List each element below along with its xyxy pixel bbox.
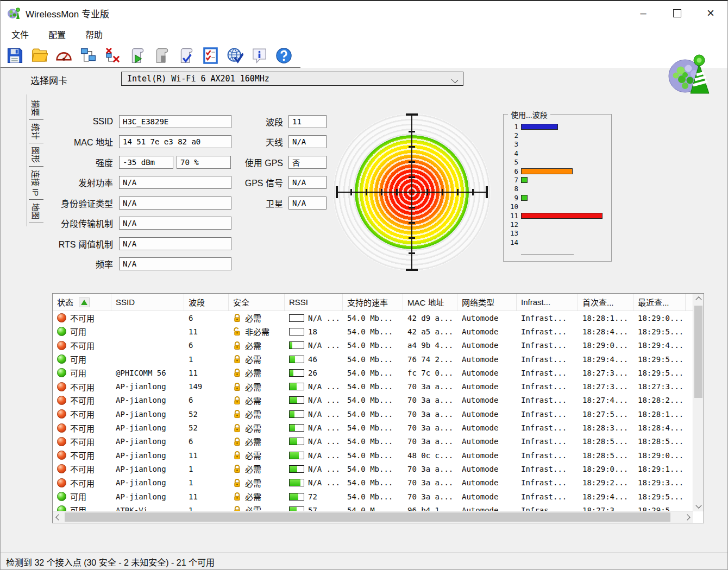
cell-channel: 1: [184, 465, 229, 473]
field-label-gps-signal: GPS 信号: [233, 176, 288, 189]
sidebar-tab-summary[interactable]: 摘要: [30, 100, 42, 116]
cell-status: 可用: [53, 491, 111, 502]
column-header-status[interactable]: 状态: [53, 294, 111, 311]
status-available-icon: [57, 368, 66, 377]
menu-item-config[interactable]: 配置: [46, 28, 73, 41]
column-header-rate[interactable]: 支持的速率: [343, 294, 403, 311]
v-scrollbar[interactable]: [693, 294, 704, 511]
scroll-down-button[interactable]: [693, 501, 704, 510]
field-auth-type: 身份验证类型N/A: [52, 193, 234, 213]
cell-infrastructure: Infrast...: [517, 478, 578, 487]
column-header-nettype[interactable]: 网络类型: [457, 294, 517, 311]
cell-first-seen: 18:28:3...: [578, 423, 633, 432]
cell-channel: 11: [184, 492, 229, 501]
cell-status: 不可用: [53, 408, 111, 420]
rssi-bar-fill: [290, 397, 297, 403]
v-scroll-thumb[interactable]: [694, 306, 702, 398]
channel-label: 5: [504, 158, 518, 166]
checklist-button[interactable]: [199, 45, 221, 66]
table-row[interactable]: 可用1必需4654.0 Mb...76 74 2...AutomodeInfra…: [53, 352, 704, 366]
scroll-up-button[interactable]: [693, 295, 704, 304]
cell-last-seen: 18:29:5...: [633, 492, 686, 501]
sidebar-tab-map[interactable]: 地图: [30, 203, 42, 219]
table-row[interactable]: 不可用AP-jianlong1必需N/A ...54.0 Mb...70 3a …: [53, 476, 704, 490]
adapter-select[interactable]: Intel(R) Wi-Fi 6 AX201 160MHz: [121, 72, 463, 86]
table-row[interactable]: 可用11非必需1854.0 Mb...42 a5 a...AutomodeInf…: [53, 325, 704, 338]
cell-rssi: 18: [285, 327, 343, 336]
chevron-up-icon: [695, 296, 701, 302]
cell-mac: 42 d9 a...: [403, 314, 457, 322]
minimize-button[interactable]: –: [626, 1, 660, 25]
gauge-button[interactable]: [53, 45, 74, 66]
close-button[interactable]: ×: [694, 1, 727, 25]
rssi-bar-fill: [290, 493, 298, 500]
maximize-button[interactable]: [660, 1, 694, 25]
open-folder-button[interactable]: [28, 45, 50, 66]
log-verify-button[interactable]: [175, 45, 197, 66]
table-row[interactable]: 不可用6必需N/A ...54.0 Mb...a4 9b 4...Automod…: [53, 339, 704, 352]
channel-row: 1: [504, 122, 611, 131]
network-button[interactable]: [77, 45, 99, 66]
table-row[interactable]: 不可用AP-jianlong52必需N/A ...54.0 Mb...70 3a…: [53, 407, 704, 421]
rssi-bar-icon: [289, 369, 304, 377]
menu-item-file[interactable]: 文件: [9, 28, 36, 41]
open-folder-icon: [31, 47, 48, 64]
table-row[interactable]: 不可用AP-jianlong6必需N/A ...54.0 Mb...70 3a …: [53, 435, 704, 448]
column-header-infra[interactable]: Infrast...: [517, 294, 578, 311]
lock-closed-icon: [233, 437, 241, 446]
table-row[interactable]: 不可用AP-jianlong52必需N/A ...54.0 Mb...70 3a…: [53, 421, 704, 434]
column-header-last_seen[interactable]: 最近查...: [633, 294, 686, 311]
table-row[interactable]: 可用AP-jianlong11必需7254.0 Mb...70 3a a...A…: [53, 490, 704, 503]
log-stop-button[interactable]: [150, 45, 172, 66]
web-check-button[interactable]: [224, 45, 246, 66]
cell-last-seen: 18:28:4...: [633, 423, 686, 432]
lock-closed-icon: [233, 478, 241, 487]
table-row[interactable]: 不可用AP-jianlong11必需N/A ...54.0 Mb...48 0c…: [53, 448, 704, 462]
h-scrollbar[interactable]: [53, 511, 693, 523]
cell-status: 不可用: [53, 463, 111, 474]
column-header-rssi[interactable]: RSSI: [285, 294, 343, 311]
scroll-left-button[interactable]: [54, 511, 63, 523]
save-button[interactable]: [4, 45, 26, 66]
cell-rate: 54.0 Mb...: [343, 382, 403, 391]
tab-separator: [29, 143, 43, 143]
column-header-mac[interactable]: MAC 地址: [403, 294, 457, 311]
column-header-security[interactable]: 安全: [229, 294, 285, 311]
table-row[interactable]: 不可用AP-jianlong149必需N/A ...54.0 Mb...70 3…: [53, 379, 704, 393]
table-row[interactable]: 不可用6必需N/A ...54.0 Mb...42 d9 a...Automod…: [53, 311, 704, 325]
help-button[interactable]: [273, 45, 294, 66]
sidebar-tab-ip-connections[interactable]: 连接 IP: [30, 170, 42, 196]
table-row[interactable]: 可用@PHICOMM_5611必需2654.0 Mb...fc 7c 0...A…: [53, 366, 704, 379]
table-row[interactable]: 不可用AP-jianlong1必需N/A ...54.0 Mb...70 3a …: [53, 462, 704, 476]
log-start-button[interactable]: [126, 45, 148, 66]
column-header-first_seen[interactable]: 首次查...: [578, 294, 633, 311]
scroll-right-button[interactable]: [683, 511, 692, 523]
field-satellites: 卫星N/A: [233, 193, 327, 213]
cell-nettype: Automode: [457, 314, 517, 322]
status-unavailable-icon: [57, 451, 66, 460]
cell-nettype: Automode: [457, 396, 517, 404]
h-scroll-thumb[interactable]: [65, 512, 670, 522]
sidebar-tab-graphs[interactable]: 图形: [30, 147, 42, 163]
rssi-bar-fill: [290, 425, 295, 431]
cell-channel: 1: [184, 355, 229, 364]
ap-table: 状态SSID波段安全RSSI支持的速率MAC 地址网络类型Infrast...首…: [52, 293, 704, 523]
cell-rate: 54.0 Mb...: [343, 396, 403, 404]
channel-label: 11: [504, 212, 518, 220]
channel-label: 10: [504, 202, 518, 211]
table-body: 不可用6必需N/A ...54.0 Mb...42 d9 a...Automod…: [53, 311, 704, 512]
sidebar-tab-statistics[interactable]: 统计: [30, 123, 42, 140]
network-disconnect-button[interactable]: [102, 45, 123, 66]
column-header-ssid[interactable]: SSID: [111, 294, 184, 311]
tab-separator: [29, 223, 43, 223]
menu-item-help[interactable]: 帮助: [83, 28, 110, 41]
info-button[interactable]: [248, 45, 270, 66]
table-row[interactable]: 不可用AP-jianlong6必需N/A ...54.0 Mb...70 3a …: [53, 394, 704, 407]
info-icon: [251, 47, 268, 64]
column-header-channel[interactable]: 波段: [184, 294, 229, 311]
cell-rate: 54.0 Mb...: [343, 465, 403, 473]
cell-rssi: N/A ...: [285, 396, 343, 404]
cell-status: 不可用: [53, 395, 111, 406]
status-unavailable-icon: [57, 382, 66, 391]
cell-rate: 54.0 Mb...: [343, 341, 403, 350]
